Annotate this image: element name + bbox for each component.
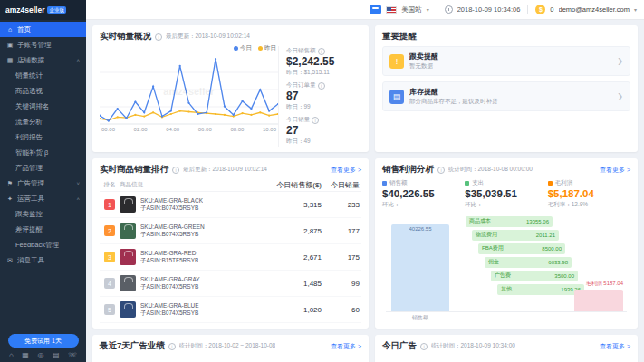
main-content: 实时销量概况 i 最后更新：2018-10-09 10:02:14 今日昨日 a… [86,20,644,362]
table-row[interactable]: 5SKU:AME-GRA-BLUE子ASIN:B074X5RSYB1,02060 [100,297,361,323]
ranking-table-body: 1SKU:AME-GRA-BLACK子ASIN:B074X5RSYB3,3152… [100,192,361,323]
waterfall-cost-2: FBA费用8500.00 [478,243,565,254]
sidebar-item-9[interactable]: 产品管理 [0,160,86,176]
sidebar-item-11[interactable]: ✦运营工具˄ [0,191,86,206]
sidebar-item-1[interactable]: ▣子账号管理 [0,37,86,52]
last-updated: 统计时间：2018-10-09 10:34:00 [431,342,515,350]
qty-cell: 99 [322,280,361,288]
info-icon[interactable]: i [318,82,325,90]
upgrade-button[interactable]: 免费试用 1天 [8,334,79,348]
sidebar-item-2[interactable]: ▦店铺数据˄ [0,52,86,68]
info-icon[interactable]: i [312,117,319,124]
stat-marker [548,181,553,186]
product-asin: 子ASIN:B074X5RSYB [140,205,203,212]
product-text: SKU:AME-GRA-RED子ASIN:B15TF5RSYB [140,250,198,265]
chevron-right-icon: ❯ [617,57,623,65]
home-icon[interactable]: ⌂ [9,351,14,359]
info-icon[interactable]: i [318,48,325,55]
sidebar-item-8[interactable]: 智能补货 β [0,145,86,160]
sidebar-item-7[interactable]: 利润报告 [0,129,86,145]
cost-label: 其他 [501,285,512,293]
rank-badge: 2 [104,225,115,236]
sidebar-menu: ⌂首页▣子账号管理▦店铺数据˄销量统计商品透视关键词排名流量分析利润报告智能补货… [0,20,86,330]
coin-icon[interactable]: $ [535,5,545,14]
reminder-item-1[interactable]: ▤库存提醒部分商品库存不足，建议及时补货❯ [382,81,630,111]
stat-sub: 昨日：49 [286,138,361,146]
stat-sub: 昨日：99 [286,103,361,111]
profit-waterfall-chart[interactable]: 40226.55销售额商品成本13055.06物流费用2011.21FBA费用8… [382,213,630,323]
sidebar-item-3[interactable]: 销量统计 [0,68,86,83]
x-tick: 08:00 [230,127,244,132]
product-asin: 子ASIN:B074X5RSYB [140,310,199,317]
view-more-link[interactable]: 查看更多 > [600,342,630,351]
product-asin: 子ASIN:B15TF5RSYB [140,257,198,264]
sales-line-chart[interactable] [100,55,278,126]
product-info-cell: SKU:AME-GRA-RED子ASIN:B15TF5RSYB [120,249,264,265]
table-row[interactable]: 1SKU:AME-GRA-BLACK子ASIN:B074X5RSYB3,3152… [100,192,361,218]
profit-stat-0: 销售额$40,226.55环比：-- [382,179,465,209]
sidebar-item-14[interactable]: Feedback管理 [0,237,86,252]
info-icon[interactable]: i [155,33,162,41]
chevron-up-icon: ˄ [76,58,80,63]
sidebar-item-label: 消息工具 [17,256,80,265]
info-icon[interactable]: i [437,167,445,174]
qty-cell: 60 [322,306,361,314]
product-info-cell: SKU:AME-GRA-BLACK子ASIN:B074X5RSYB [120,196,264,213]
phone-icon[interactable]: ☏ [68,351,77,359]
view-more-link[interactable]: 查看更多 > [331,166,361,175]
last-updated: 统计时间：2018-10-08 00:00:00 [448,166,533,174]
logo[interactable]: amz4seller 企业版 [0,0,86,20]
product-sku: SKU:AME-GRA-GREEN [140,224,205,231]
sidebar-item-13[interactable]: 差评提醒 [0,222,86,237]
legend-item-0[interactable]: 今日 [234,44,252,52]
waterfall-profit-bar [574,290,623,311]
profit-stat-label-text: 毛利润 [555,179,573,187]
rank-cell: 3 [100,252,120,262]
product-text: SKU:AME-GRA-BLUE子ASIN:B074X5RSYB [140,302,199,318]
info-icon[interactable]: i [168,343,176,350]
reminder-item-0[interactable]: !跟卖提醒暂无数据❯ [382,46,630,76]
chart-legend: 今日昨日 [234,44,276,52]
chat-icon[interactable] [370,5,381,14]
logo-badge: 企业版 [47,6,66,14]
product-sku: SKU:AME-GRA-BLACK [140,197,203,205]
qty-cell: 177 [322,227,361,235]
profit-analysis-card: 销售利润分析 i 统计时间：2018-10-08 00:00:00 查看更多 >… [375,158,638,329]
table-row[interactable]: 4SKU:AME-GRA-GRAY子ASIN:B074X5RSYB1,48599 [100,271,361,297]
sidebar-item-5[interactable]: 关键词排名 [0,99,86,114]
sidebar-item-10[interactable]: ⚑广告管理˅ [0,176,86,191]
table-row[interactable]: 2SKU:AME-GRA-GREEN子ASIN:B074X5RSYB2,8751… [100,218,361,244]
sidebar-item-6[interactable]: 流量分析 [0,114,86,129]
cart-icon[interactable]: ◎ [37,351,43,359]
info-icon[interactable]: i [172,167,179,174]
cost-label: 广告费 [495,272,511,280]
waterfall-total-value: 40226.55 [391,224,449,232]
sales-chart-zone: 今日昨日 amz4seller 00:0002:0004:0006:0008:0… [100,46,278,147]
profit-stat-2: 毛利润$5,187.04毛利率：12.9% [548,179,630,209]
product-text: SKU:AME-GRA-GREEN子ASIN:B074X5RSYB [140,224,205,239]
waterfall-cost-1: 物流费用2011.21 [472,230,559,241]
sidebar-item-15[interactable]: ✉消息工具 [0,252,86,268]
product-sku: SKU:AME-GRA-RED [140,250,198,257]
mail-icon[interactable]: ▤ [53,351,60,359]
overview-stat-2: 今日销量i27昨日：49 [286,115,361,147]
view-more-link[interactable]: 查看更多 > [331,342,361,351]
home-icon: ⌂ [6,26,14,33]
sidebar-item-0[interactable]: ⌂首页 [0,22,86,37]
card-title: 今日广告 [382,340,417,352]
last-updated: 统计时间：2018-10-02 ~ 2018-10-08 [179,342,275,350]
info-icon[interactable]: i [420,343,428,350]
view-more-link[interactable]: 查看更多 > [600,166,630,175]
user-menu[interactable]: demo@amz4seller.com [559,5,630,14]
sidebar-item-4[interactable]: 商品透视 [0,83,86,99]
sidebar-item-12[interactable]: 跟卖监控 [0,206,86,222]
marketplace-select[interactable]: 美国站 [401,5,422,14]
sidebar-item-label: 销量统计 [15,71,80,81]
reminder-text: 库存提醒部分商品库存不足，建议及时补货 [409,87,498,106]
chart-icon[interactable]: ▦ [22,351,29,359]
product-text: SKU:AME-GRA-GRAY子ASIN:B074X5RSYB [140,276,200,291]
sidebar-item-label: 子账号管理 [17,41,80,50]
table-row[interactable]: 3SKU:AME-GRA-RED子ASIN:B15TF5RSYB2,671175 [100,244,361,271]
legend-item-1[interactable]: 昨日 [258,44,276,52]
sidebar-item-label: 智能补货 β [15,148,80,157]
